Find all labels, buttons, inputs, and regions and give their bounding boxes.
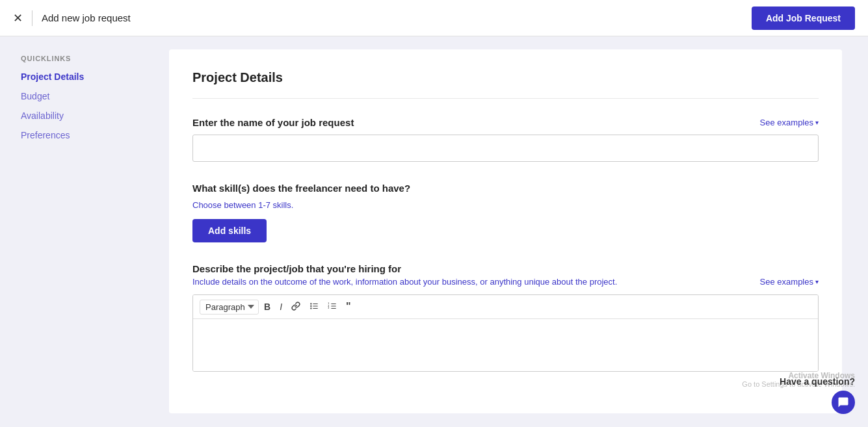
link-button[interactable] — [287, 299, 304, 315]
editor-body[interactable] — [193, 319, 818, 371]
svg-point-3 — [310, 303, 311, 304]
see-examples-text: See examples — [760, 118, 813, 127]
sidebar-item-project-details[interactable]: Project Details — [21, 71, 148, 82]
sidebar-item-preferences[interactable]: Preferences — [21, 130, 148, 140]
job-name-see-examples[interactable]: See examples ▾ — [760, 118, 819, 127]
svg-point-5 — [310, 307, 311, 309]
paragraph-select[interactable]: Paragraph — [200, 300, 259, 315]
main-content: Project Details Enter the name of your j… — [169, 36, 868, 427]
sidebar: QUICKLINKS Project Details Budget Availa… — [0, 36, 169, 427]
svg-rect-0 — [313, 304, 318, 304]
chat-bubble-icon — [837, 396, 849, 408]
italic-button[interactable]: I — [276, 300, 286, 314]
add-skills-button[interactable]: Add skills — [192, 219, 267, 242]
svg-rect-2 — [313, 308, 318, 309]
rich-text-editor: Paragraph B I 123 — [192, 294, 819, 372]
header-left: ✕ Add new job request — [13, 10, 131, 26]
sidebar-nav: Project Details Budget Availability Pref… — [21, 71, 148, 140]
description-see-examples-text: See examples — [760, 277, 813, 287]
chat-label: Have a question? — [780, 376, 855, 387]
skills-group: What skill(s) does the freelancer need t… — [192, 183, 819, 242]
sidebar-item-availability[interactable]: Availability — [21, 110, 148, 121]
description-group: Describe the project/job that you're hir… — [192, 263, 819, 372]
add-job-request-button[interactable]: Add Job Request — [752, 6, 855, 30]
description-see-examples-chevron-icon: ▾ — [815, 278, 819, 285]
layout: QUICKLINKS Project Details Budget Availa… — [0, 36, 868, 427]
numbered-list-button[interactable]: 123 — [324, 299, 341, 315]
job-name-group: Enter the name of your job request See e… — [192, 117, 819, 162]
header: ✕ Add new job request Add Job Request — [0, 0, 868, 36]
quote-button[interactable]: " — [342, 299, 355, 315]
description-header: Describe the project/job that you're hir… — [192, 263, 819, 288]
description-see-examples[interactable]: See examples ▾ — [760, 277, 819, 287]
skills-subtitle: Choose between 1-7 skills. — [192, 200, 819, 210]
bold-button[interactable]: B — [260, 300, 274, 314]
svg-rect-8 — [331, 308, 336, 309]
header-title: Add new job request — [42, 12, 131, 23]
project-details-card: Project Details Enter the name of your j… — [169, 49, 842, 413]
chat-widget: Have a question? — [780, 376, 855, 414]
sidebar-item-budget[interactable]: Budget — [21, 91, 148, 101]
see-examples-chevron-icon: ▾ — [815, 119, 819, 126]
chat-icon-button[interactable] — [832, 391, 855, 414]
section-title: Project Details — [192, 70, 819, 99]
header-divider — [32, 10, 33, 26]
bullet-list-button[interactable] — [306, 299, 322, 315]
svg-point-4 — [310, 305, 311, 307]
svg-text:3: 3 — [328, 307, 330, 309]
quicklinks-label: QUICKLINKS — [21, 55, 148, 62]
svg-rect-1 — [313, 305, 318, 306]
job-name-input[interactable] — [192, 135, 819, 162]
description-header-left: Describe the project/job that you're hir… — [192, 263, 760, 288]
skills-label: What skill(s) does the freelancer need t… — [192, 183, 410, 194]
skills-header: What skill(s) does the freelancer need t… — [192, 183, 819, 194]
description-label: Describe the project/job that you're hir… — [192, 263, 760, 274]
svg-rect-7 — [331, 305, 336, 306]
job-name-header: Enter the name of your job request See e… — [192, 117, 819, 128]
job-name-label: Enter the name of your job request — [192, 117, 354, 128]
close-icon[interactable]: ✕ — [13, 12, 23, 24]
description-subtitle: Include details on the outcome of the wo… — [192, 277, 760, 287]
svg-rect-6 — [331, 304, 336, 304]
editor-toolbar: Paragraph B I 123 — [193, 295, 818, 319]
